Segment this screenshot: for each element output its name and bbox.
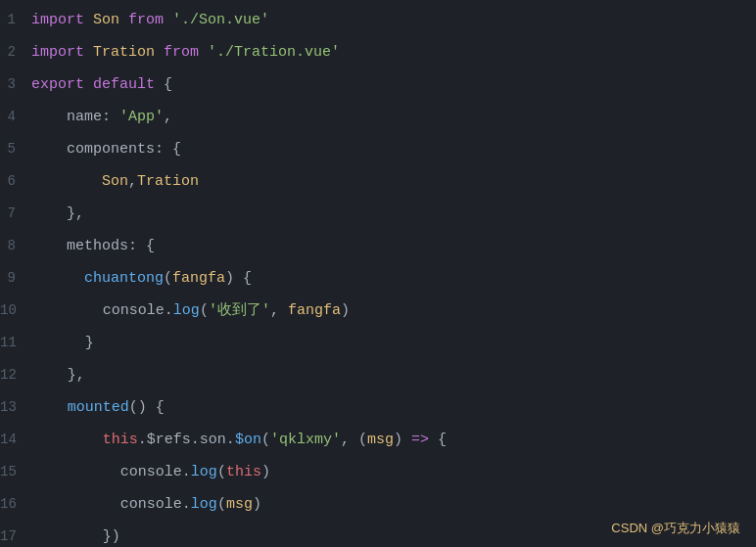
code-line: 6 Son,Tration <box>0 165 756 198</box>
token-plain <box>31 173 102 190</box>
code-line: 2import Tration from './Tration.vue' <box>0 36 756 68</box>
line-number: 9 <box>0 263 31 293</box>
line-number: 8 <box>0 231 31 260</box>
token-kw: import <box>31 44 84 61</box>
line-content: this.$refs.son.$on('qklxmy', (msg) => { <box>32 426 447 455</box>
line-content: }) <box>32 523 120 547</box>
token-plain: }) <box>103 528 120 545</box>
token-plain <box>32 399 68 416</box>
line-content: import Son from './Son.vue' <box>31 6 269 35</box>
line-number: 1 <box>0 5 31 34</box>
line-content: components: { <box>31 135 181 164</box>
line-number: 15 <box>0 457 32 486</box>
line-content: }, <box>31 200 84 229</box>
line-number: 2 <box>0 37 31 67</box>
code-line: 5 components: { <box>0 133 756 165</box>
token-plain: : <box>102 109 119 125</box>
code-line: 4 name: 'App', <box>0 101 756 133</box>
token-plain: methods <box>67 238 128 254</box>
code-line: 3export default { <box>0 68 756 101</box>
line-number: 16 <box>0 489 32 519</box>
code-lines: 1import Son from './Son.vue'2import Trat… <box>0 0 756 547</box>
token-plain <box>84 12 93 28</box>
token-plain: ) { <box>225 270 252 287</box>
token-plain <box>84 76 93 93</box>
code-line: 14 this.$refs.son.$on('qklxmy', (msg) =>… <box>0 424 756 456</box>
token-plain <box>31 238 67 254</box>
token-plain: . <box>165 302 173 319</box>
token-plain <box>199 44 208 61</box>
token-plain: ( <box>164 270 172 287</box>
code-line: 12 }, <box>0 359 756 391</box>
token-plain: .$refs.son. <box>138 432 235 448</box>
token-kw: from <box>128 12 164 28</box>
token-str: 'App' <box>119 109 164 125</box>
line-number: 7 <box>0 199 31 228</box>
line-content: methods: { <box>31 232 155 261</box>
token-obj2: Tration <box>137 173 199 190</box>
token-plain: ) <box>253 496 261 513</box>
token-plain <box>32 302 103 319</box>
token-param: fangfa <box>288 302 341 319</box>
code-line: 16 console.log(msg) <box>0 488 756 521</box>
token-plain: ( <box>261 432 270 448</box>
line-content: name: 'App', <box>31 103 172 132</box>
token-plain <box>164 12 172 28</box>
token-plain <box>32 528 103 545</box>
token-plain: { <box>429 432 447 448</box>
token-plain: ( <box>217 496 226 513</box>
token-plain <box>32 432 103 448</box>
line-content: } <box>32 329 94 358</box>
line-content: console.log('收到了', fangfa) <box>32 296 350 326</box>
token-plain: name <box>67 109 102 125</box>
line-number: 10 <box>0 296 32 325</box>
line-number: 4 <box>0 102 31 131</box>
token-param: msg <box>226 496 253 513</box>
line-number: 5 <box>0 134 31 163</box>
line-number: 14 <box>0 425 32 454</box>
watermark: CSDN @巧克力小猿猿 <box>611 520 740 537</box>
token-plain: ( <box>217 464 226 480</box>
token-param: fangfa <box>172 270 225 287</box>
token-kw: default <box>93 76 155 93</box>
token-kw: import <box>31 12 84 28</box>
token-plain: () { <box>129 399 165 416</box>
token-obj2: Tration <box>93 44 155 61</box>
token-plain <box>84 44 93 61</box>
line-number: 3 <box>0 69 31 99</box>
token-plain: console <box>103 302 165 319</box>
token-str: './Son.vue' <box>172 12 269 28</box>
token-fn: log <box>173 302 200 319</box>
line-content: Son,Tration <box>31 167 199 197</box>
token-plain: { <box>155 76 172 93</box>
token-plain <box>31 109 67 125</box>
token-plain: : { <box>128 238 155 254</box>
line-number: 12 <box>0 360 32 389</box>
token-arrow: => <box>411 432 429 448</box>
token-plain: console <box>120 496 182 513</box>
token-plain <box>32 496 120 513</box>
token-plain <box>119 12 128 28</box>
token-plain: }, <box>68 367 85 384</box>
line-number: 13 <box>0 392 32 422</box>
line-content: console.log(this) <box>32 458 270 487</box>
token-plain: , <box>128 173 137 190</box>
token-plain <box>32 367 68 384</box>
token-plain: console <box>120 464 182 480</box>
code-line: 8 methods: { <box>0 230 756 262</box>
token-plain <box>31 205 67 222</box>
token-this-kw: this <box>226 464 261 480</box>
line-content: export default { <box>31 70 172 100</box>
token-plain: ) <box>394 432 411 448</box>
token-kw: export <box>31 76 84 93</box>
code-line: 15 console.log(this) <box>0 456 756 488</box>
token-fn: mounted <box>68 399 129 416</box>
token-plain: . <box>182 496 191 513</box>
line-number: 11 <box>0 328 32 357</box>
token-fn: log <box>191 464 217 480</box>
token-plain <box>31 141 67 158</box>
token-str: 'qklxmy' <box>270 432 341 448</box>
token-plain <box>32 464 120 480</box>
token-plain: ( <box>200 302 209 319</box>
token-plain: : { <box>155 141 181 158</box>
